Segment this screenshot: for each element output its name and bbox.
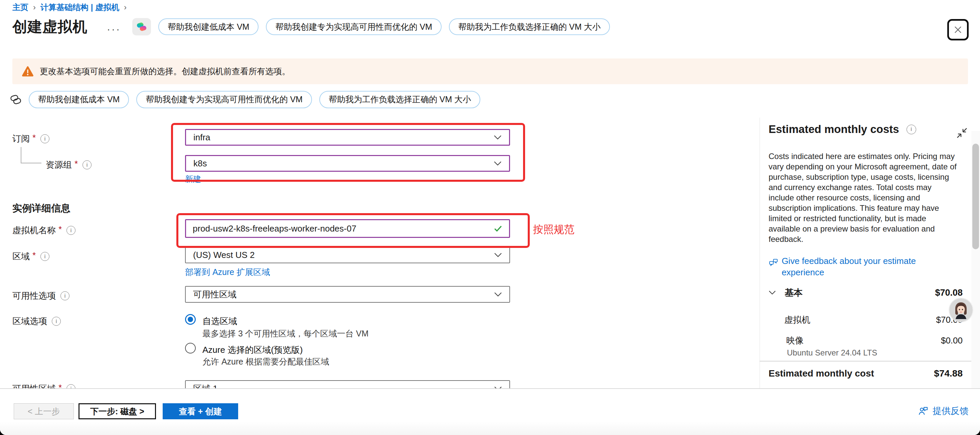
give-feedback-link[interactable]: 提供反馈 xyxy=(917,405,969,417)
more-options-button[interactable]: ··· xyxy=(107,23,121,31)
copilot-suggestion-low-cost-button[interactable]: 帮助我创建低成本 VM xyxy=(158,18,259,35)
copilot-suggestion-low-cost-button[interactable]: 帮助我创建低成本 VM xyxy=(29,91,129,108)
info-icon[interactable]: i xyxy=(83,160,92,169)
radio-self-selected-zone[interactable] xyxy=(185,314,196,325)
subscription-value: infra xyxy=(193,132,210,143)
chevron-down-icon xyxy=(494,161,502,166)
scrollbar-thumb[interactable] xyxy=(972,143,979,249)
copilot-icon xyxy=(135,21,148,33)
cost-total-row: Estimated monthly cost $74.88 xyxy=(768,368,963,379)
estimate-feedback-text: Give feedback about your estimate experi… xyxy=(781,255,956,278)
cost-panel-title-row: Estimated monthly costs i xyxy=(768,123,916,135)
annotation-note: 按照规范 xyxy=(533,223,574,237)
vm-name-input[interactable]: prod-usw2-k8s-freeleaps-worker-nodes-07 xyxy=(185,219,510,238)
copilot-suggestion-high-availability-button[interactable]: 帮助我创建专为实现高可用性而优化的 VM xyxy=(136,91,312,108)
tree-connector-horizontal xyxy=(21,163,41,163)
required-marker: * xyxy=(59,224,62,234)
cost-panel-description: Costs indicated here are estimates only.… xyxy=(768,151,958,244)
cost-panel-title: Estimated monthly costs xyxy=(768,123,899,135)
required-marker: * xyxy=(32,133,36,143)
next-step-disks-button[interactable]: 下一步: 磁盘 > xyxy=(78,403,156,419)
resource-group-value: k8s xyxy=(193,158,207,169)
radio-self-selected-zone-desc: 最多选择 3 个可用性区域，每个区域一台 VM xyxy=(202,328,368,339)
breadcrumb-home-link[interactable]: 主页 xyxy=(12,2,29,13)
give-feedback-label: 提供反馈 xyxy=(932,405,969,417)
cost-item-vm-name: 虚拟机 xyxy=(784,314,810,326)
avatar-image xyxy=(949,298,973,322)
copilot-button[interactable] xyxy=(132,18,151,35)
info-icon[interactable]: i xyxy=(40,252,49,261)
close-icon xyxy=(953,25,963,35)
copilot-suggestions-row: 帮助我创建低成本 VM 帮助我创建专为实现高可用性而优化的 VM 帮助我为工作负… xyxy=(9,91,480,108)
info-icon[interactable]: i xyxy=(60,292,70,300)
chevron-right-icon: › xyxy=(33,3,36,12)
cost-total-label: Estimated monthly cost xyxy=(768,368,874,379)
radio-self-selected-zone-label[interactable]: 自选区域 xyxy=(202,315,237,327)
radio-azure-selected-zone-label[interactable]: Azure 选择的区域(预览版) xyxy=(202,344,302,356)
availability-options-label: 可用性选项 i xyxy=(12,290,70,302)
feedback-bubbles-icon xyxy=(768,257,778,267)
close-button[interactable] xyxy=(947,19,969,40)
cost-group-row[interactable]: 基本 $70.08 xyxy=(768,287,963,299)
required-marker: * xyxy=(32,250,36,261)
info-icon[interactable]: i xyxy=(907,124,916,134)
warning-text: 更改基本选项可能会重置所做的选择。创建虚拟机前查看所有选项。 xyxy=(40,66,290,77)
copilot-outline-icon xyxy=(9,92,23,107)
valid-check-icon xyxy=(494,225,502,232)
cost-item-image-row: 映像 $0.00 xyxy=(786,335,963,346)
tree-connector-vertical xyxy=(21,147,21,163)
copilot-suggestion-right-size-button[interactable]: 帮助我为工作负载选择正确的 VM 大小 xyxy=(319,91,480,108)
region-dropdown[interactable]: (US) West US 2 xyxy=(185,247,510,263)
copilot-suggestion-high-availability-button[interactable]: 帮助我创建专为实现高可用性而优化的 VM xyxy=(266,18,441,35)
page-title: 创建虚拟机 xyxy=(12,17,88,37)
review-create-button[interactable]: 查看 + 创建 xyxy=(163,403,238,419)
warning-banner: 更改基本选项可能会重置所做的选择。创建虚拟机前查看所有选项。 xyxy=(12,59,968,84)
cost-total-amount: $74.88 xyxy=(934,368,963,379)
create-new-resource-group-link[interactable]: 新建 xyxy=(185,174,201,185)
resource-group-label: 资源组* i xyxy=(46,159,92,171)
info-icon[interactable]: i xyxy=(67,226,75,235)
collapse-panel-icon[interactable] xyxy=(955,126,969,140)
availability-options-value: 可用性区域 xyxy=(193,288,237,300)
cost-group-name: 基本 xyxy=(784,287,803,299)
cost-item-image-amount: $0.00 xyxy=(941,335,963,346)
chevron-down-icon xyxy=(494,253,502,258)
wizard-footer: < 上一步 下一步: 磁盘 > 查看 + 创建 提供反馈 xyxy=(0,388,980,435)
info-icon[interactable]: i xyxy=(40,134,49,143)
chevron-down-icon xyxy=(494,135,502,140)
chevron-right-icon: › xyxy=(124,3,127,12)
estimate-feedback-link[interactable]: Give feedback about your estimate experi… xyxy=(768,255,956,278)
vm-name-value: prod-usw2-k8s-freeleaps-worker-nodes-07 xyxy=(193,223,356,234)
chevron-down-icon xyxy=(494,292,502,297)
subscription-label: 订阅* i xyxy=(12,133,49,145)
section-title-instance-details: 实例详细信息 xyxy=(12,202,70,215)
cost-item-image-name: 映像 xyxy=(786,335,803,346)
resource-group-dropdown[interactable]: k8s xyxy=(185,155,510,172)
avatar[interactable] xyxy=(949,298,973,322)
vm-name-label: 虚拟机名称* i xyxy=(12,225,75,236)
cost-item-image-subtitle: Ubuntu Server 24.04 LTS xyxy=(787,348,877,357)
create-vm-page: 主页 › 计算基础结构 | 虚拟机 › 创建虚拟机 ··· 帮助我创建低成本 V… xyxy=(0,0,980,435)
deploy-edge-zone-link[interactable]: 部署到 Azure 扩展区域 xyxy=(185,267,270,278)
availability-options-dropdown[interactable]: 可用性区域 xyxy=(185,286,510,303)
radio-azure-selected-zone[interactable] xyxy=(185,343,196,354)
previous-step-button[interactable]: < 上一步 xyxy=(14,403,74,419)
zone-options-label: 区域选项 i xyxy=(12,315,61,327)
warning-icon xyxy=(22,66,34,77)
required-marker: * xyxy=(75,159,78,169)
copilot-suggestion-right-size-button[interactable]: 帮助我为工作负载选择正确的 VM 大小 xyxy=(449,18,610,35)
region-value: (US) West US 2 xyxy=(193,250,255,260)
feedback-person-icon xyxy=(917,405,929,417)
breadcrumb: 主页 › 计算基础结构 | 虚拟机 › xyxy=(12,2,127,13)
chevron-down-icon xyxy=(768,290,776,295)
subscription-dropdown[interactable]: infra xyxy=(185,129,510,146)
cost-group-amount: $70.08 xyxy=(935,288,963,298)
cost-item-vm-row: 虚拟机 $70.08 xyxy=(784,314,963,326)
cost-total-divider xyxy=(760,361,972,362)
region-label: 区域* i xyxy=(12,250,49,262)
radio-azure-selected-zone-desc: 允许 Azure 根据需要分配最佳区域 xyxy=(202,356,329,367)
info-icon[interactable]: i xyxy=(52,317,61,326)
page-header: 创建虚拟机 ··· 帮助我创建低成本 VM 帮助我创建专为实现高可用性而优化的 … xyxy=(12,15,610,38)
breadcrumb-section-link[interactable]: 计算基础结构 | 虚拟机 xyxy=(40,2,119,13)
